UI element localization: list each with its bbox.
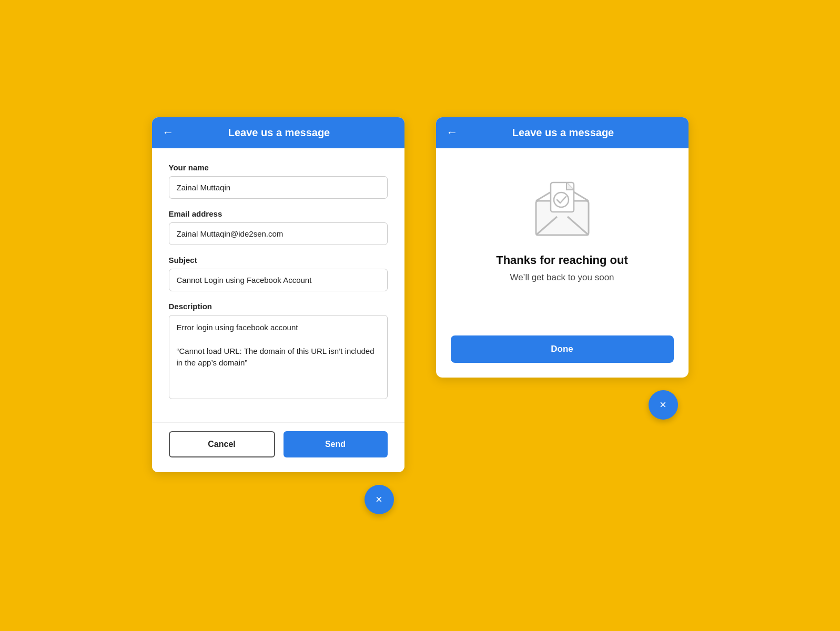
left-fab-button[interactable]: × bbox=[365, 485, 394, 514]
email-input[interactable] bbox=[169, 222, 388, 245]
right-card: ← Leave us a message bbox=[436, 117, 689, 378]
success-subtitle: We’ll get back to you soon bbox=[510, 272, 614, 283]
right-phone-container: ← Leave us a message bbox=[436, 117, 689, 420]
cancel-button[interactable]: Cancel bbox=[169, 431, 275, 457]
left-back-arrow[interactable]: ← bbox=[163, 127, 174, 138]
left-card-title: Leave us a message bbox=[180, 127, 378, 139]
left-phone-container: ← Leave us a message Your name Email add… bbox=[152, 117, 404, 514]
left-close-icon: × bbox=[376, 494, 382, 505]
subject-label: Subject bbox=[169, 256, 388, 264]
subject-input[interactable] bbox=[169, 269, 388, 291]
send-button[interactable]: Send bbox=[284, 431, 388, 457]
left-card-footer: Cancel Send bbox=[152, 422, 404, 472]
description-label: Description bbox=[169, 302, 388, 311]
right-close-icon: × bbox=[660, 399, 666, 411]
left-card: ← Leave us a message Your name Email add… bbox=[152, 117, 404, 472]
done-button[interactable]: Done bbox=[451, 335, 674, 363]
description-textarea[interactable] bbox=[169, 315, 388, 399]
envelope-icon bbox=[531, 180, 594, 238]
email-label: Email address bbox=[169, 209, 388, 218]
name-label: Your name bbox=[169, 163, 388, 172]
right-card-header: ← Leave us a message bbox=[436, 117, 689, 148]
left-card-body: Your name Email address Subject Descript… bbox=[152, 148, 404, 422]
success-body: Thanks for reaching out We’ll get back t… bbox=[436, 148, 689, 335]
right-card-title: Leave us a message bbox=[464, 127, 662, 139]
success-footer: Done bbox=[436, 335, 689, 378]
success-title: Thanks for reaching out bbox=[496, 253, 628, 267]
left-card-header: ← Leave us a message bbox=[152, 117, 404, 148]
name-input[interactable] bbox=[169, 176, 388, 199]
right-fab-button[interactable]: × bbox=[649, 390, 678, 420]
right-back-arrow[interactable]: ← bbox=[447, 127, 458, 138]
